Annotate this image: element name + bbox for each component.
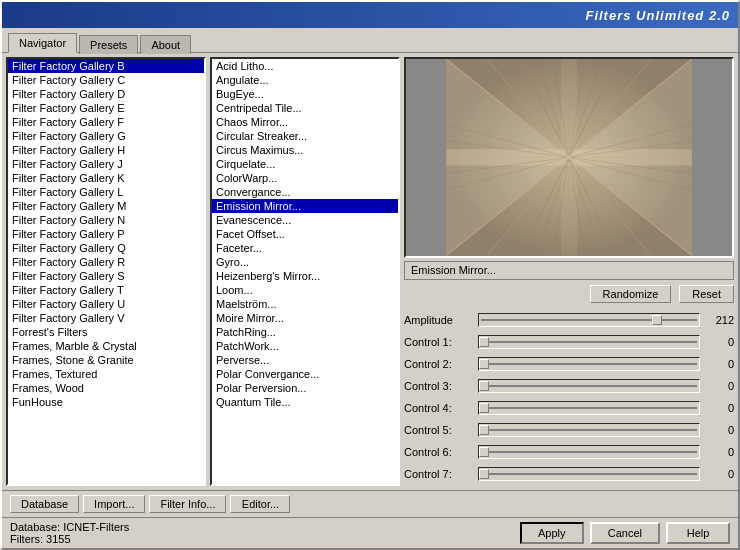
category-item[interactable]: Filter Factory Gallery J: [8, 157, 204, 171]
category-item[interactable]: Filter Factory Gallery R: [8, 255, 204, 269]
category-item[interactable]: Filter Factory Gallery K: [8, 171, 204, 185]
control-label: Control 7:: [404, 468, 474, 480]
filter-item[interactable]: Faceter...: [212, 241, 398, 255]
control-label: Control 6:: [404, 446, 474, 458]
filter-item[interactable]: Angulate...: [212, 73, 398, 87]
category-item[interactable]: Frames, Wood: [8, 381, 204, 395]
control-value: 0: [704, 358, 734, 370]
category-item[interactable]: Frames, Textured: [8, 367, 204, 381]
cancel-button[interactable]: Cancel: [590, 522, 660, 544]
control-label: Control 2:: [404, 358, 474, 370]
import-button[interactable]: Import...: [83, 495, 145, 513]
filter-item[interactable]: Emission Mirror...: [212, 199, 398, 213]
rand-reset-row: Randomize Reset: [404, 283, 734, 305]
control-slider[interactable]: [478, 335, 700, 349]
control-slider[interactable]: [478, 379, 700, 393]
editor-button[interactable]: Editor...: [230, 495, 290, 513]
category-item[interactable]: Filter Factory Gallery T: [8, 283, 204, 297]
category-item[interactable]: Filter Factory Gallery D: [8, 87, 204, 101]
selected-filter-name: Emission Mirror...: [411, 264, 496, 276]
help-button[interactable]: Help: [666, 522, 730, 544]
filter-item[interactable]: Facet Offset...: [212, 227, 398, 241]
control-slider[interactable]: [478, 313, 700, 327]
middle-panel: Acid Litho...Angulate...BugEye...Centrip…: [210, 57, 400, 486]
filter-item[interactable]: Acid Litho...: [212, 59, 398, 73]
filter-item[interactable]: Loom...: [212, 283, 398, 297]
apply-button[interactable]: Apply: [520, 522, 584, 544]
category-item[interactable]: Forrest's Filters: [8, 325, 204, 339]
control-row: Control 6:0: [404, 442, 734, 462]
filter-item[interactable]: Evanescence...: [212, 213, 398, 227]
category-item[interactable]: Filter Factory Gallery S: [8, 269, 204, 283]
filters-list[interactable]: Acid Litho...Angulate...BugEye...Centrip…: [210, 57, 400, 486]
main-window: Filters Unlimited 2.0 Navigator Presets …: [0, 0, 740, 550]
category-item[interactable]: Frames, Stone & Granite: [8, 353, 204, 367]
control-value: 0: [704, 402, 734, 414]
control-slider[interactable]: [478, 357, 700, 371]
preview-image: [406, 59, 732, 256]
filter-item[interactable]: Centripedal Tile...: [212, 101, 398, 115]
control-row: Control 7:0: [404, 464, 734, 484]
reset-button[interactable]: Reset: [679, 285, 734, 303]
category-item[interactable]: Filter Factory Gallery V: [8, 311, 204, 325]
action-buttons: Apply Cancel Help: [520, 522, 730, 544]
control-slider[interactable]: [478, 467, 700, 481]
control-slider[interactable]: [478, 423, 700, 437]
control-row: Control 1:0: [404, 332, 734, 352]
database-button[interactable]: Database: [10, 495, 79, 513]
filter-info-button[interactable]: Filter Info...: [149, 495, 226, 513]
control-slider[interactable]: [478, 445, 700, 459]
control-value: 212: [704, 314, 734, 326]
control-value: 0: [704, 380, 734, 392]
bottom-toolbar: Database Import... Filter Info... Editor…: [2, 490, 738, 517]
category-item[interactable]: FunHouse: [8, 395, 204, 409]
category-item[interactable]: Filter Factory Gallery P: [8, 227, 204, 241]
category-item[interactable]: Filter Factory Gallery E: [8, 101, 204, 115]
control-row: Control 2:0: [404, 354, 734, 374]
category-item[interactable]: Filter Factory Gallery G: [8, 129, 204, 143]
category-item[interactable]: Frames, Marble & Crystal: [8, 339, 204, 353]
randomize-button[interactable]: Randomize: [590, 285, 672, 303]
svg-point-27: [567, 155, 572, 160]
content-area: Filter Factory Gallery BFilter Factory G…: [2, 52, 738, 490]
category-item[interactable]: Filter Factory Gallery H: [8, 143, 204, 157]
control-slider[interactable]: [478, 401, 700, 415]
category-item[interactable]: Filter Factory Gallery U: [8, 297, 204, 311]
filter-item[interactable]: PatchRing...: [212, 325, 398, 339]
filter-item[interactable]: Circus Maximus...: [212, 143, 398, 157]
filter-item[interactable]: Moire Mirror...: [212, 311, 398, 325]
filter-item[interactable]: PatchWork...: [212, 339, 398, 353]
controls-area: Amplitude212Control 1:0Control 2:0Contro…: [404, 308, 734, 486]
category-item[interactable]: Filter Factory Gallery M: [8, 199, 204, 213]
filter-item[interactable]: Cirquelate...: [212, 157, 398, 171]
category-item[interactable]: Filter Factory Gallery N: [8, 213, 204, 227]
category-item[interactable]: Filter Factory Gallery F: [8, 115, 204, 129]
filter-item[interactable]: Perverse...: [212, 353, 398, 367]
filter-item[interactable]: Heizenberg's Mirror...: [212, 269, 398, 283]
filter-item[interactable]: Circular Streaker...: [212, 129, 398, 143]
filter-item[interactable]: Convergance...: [212, 185, 398, 199]
right-panel: Emission Mirror... Randomize Reset Ampli…: [404, 57, 734, 486]
category-item[interactable]: Filter Factory Gallery C: [8, 73, 204, 87]
category-item[interactable]: Filter Factory Gallery Q: [8, 241, 204, 255]
control-label: Control 5:: [404, 424, 474, 436]
tab-about[interactable]: About: [140, 35, 191, 54]
filter-item[interactable]: Maelström...: [212, 297, 398, 311]
filter-item[interactable]: Gyro...: [212, 255, 398, 269]
filter-item[interactable]: Polar Convergance...: [212, 367, 398, 381]
filter-item[interactable]: Polar Perversion...: [212, 381, 398, 395]
tab-presets[interactable]: Presets: [79, 35, 138, 54]
categories-list[interactable]: Filter Factory Gallery BFilter Factory G…: [6, 57, 206, 486]
category-item[interactable]: Filter Factory Gallery L: [8, 185, 204, 199]
filter-item[interactable]: Chaos Mirror...: [212, 115, 398, 129]
control-value: 0: [704, 468, 734, 480]
filter-name-bar: Emission Mirror...: [404, 261, 734, 280]
control-value: 0: [704, 446, 734, 458]
tab-navigator[interactable]: Navigator: [8, 33, 77, 53]
filter-item[interactable]: BugEye...: [212, 87, 398, 101]
category-item[interactable]: Filter Factory Gallery B: [8, 59, 204, 73]
filter-item[interactable]: ColorWarp...: [212, 171, 398, 185]
database-status: Database: ICNET-Filters: [10, 521, 129, 533]
filter-item[interactable]: Quantum Tile...: [212, 395, 398, 409]
status-info: Database: ICNET-Filters Filters: 3155: [10, 521, 129, 545]
